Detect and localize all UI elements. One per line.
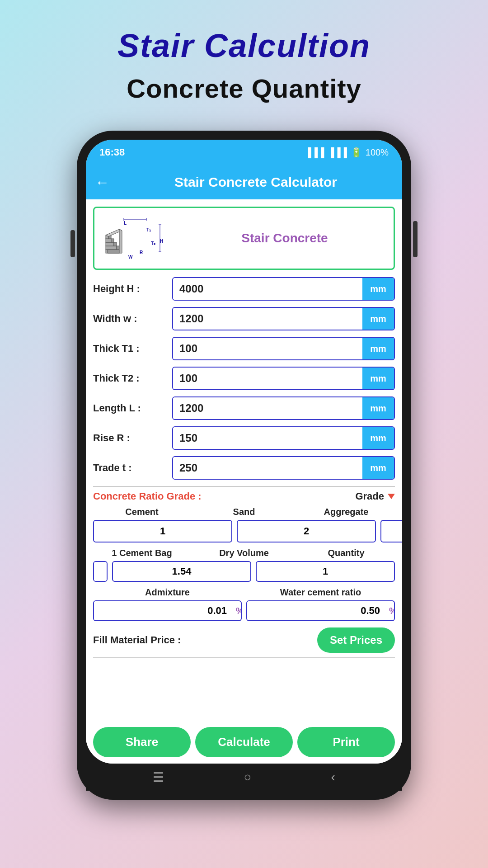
battery-percentage: 100% [366, 147, 389, 158]
grade-button[interactable]: Grade [355, 491, 395, 502]
length-label: Length L : [93, 402, 172, 414]
rise-unit: mm [362, 427, 394, 449]
trade-row: Trade t : mm [93, 456, 395, 480]
length-unit: mm [362, 397, 394, 419]
quantity-input[interactable] [256, 561, 395, 582]
cement-bag-input[interactable] [94, 562, 108, 581]
aggregate-col-header: Aggregate [297, 507, 395, 517]
admix-input[interactable] [94, 601, 231, 620]
fill-material-row: Fill Material Price : Set Prices [93, 627, 395, 658]
calculate-button[interactable]: Calculate [195, 727, 293, 757]
svg-text:T₂: T₂ [151, 241, 155, 246]
phone-bottom-nav: ☰ ○ ‹ [86, 764, 402, 791]
svg-text:W: W [128, 255, 133, 259]
sand-ratio-input[interactable] [237, 520, 376, 542]
ratio-columns: Cement Sand Aggregate [93, 507, 395, 517]
status-bar: 16:38 ▐▐▐ ▐▐▐ 🔋 100% [86, 140, 402, 165]
sand-col-header: Sand [195, 507, 293, 517]
svg-marker-7 [114, 242, 117, 246]
height-input[interactable] [173, 278, 362, 300]
water-cement-label: Water cement ratio [246, 587, 395, 598]
length-input[interactable] [173, 397, 362, 419]
aggregate-ratio-input[interactable] [380, 520, 402, 542]
phone-frame: 16:38 ▐▐▐ ▐▐▐ 🔋 100% ← Stair Concrete Ca… [77, 131, 411, 800]
side-button-right [413, 221, 418, 257]
divider-1 [93, 486, 395, 487]
trade-input-group: mm [172, 456, 395, 480]
svg-text:R: R [140, 250, 143, 255]
thick-t2-label: Thick T2 : [93, 373, 172, 384]
length-row: Length L : mm [93, 396, 395, 420]
status-time: 16:38 [99, 146, 125, 158]
rise-label: Rise R : [93, 432, 172, 444]
thick-t2-unit: mm [362, 368, 394, 389]
svg-rect-3 [106, 239, 111, 242]
svg-rect-1 [106, 246, 117, 250]
height-input-group: mm [172, 277, 395, 301]
trade-unit: mm [362, 457, 394, 479]
svg-text:H: H [160, 239, 163, 244]
signal-icon-2: ▐▐▐ [328, 147, 347, 158]
thick-t1-input[interactable] [173, 338, 362, 359]
stair-label: Stair Concrete [176, 231, 394, 245]
svg-rect-2 [106, 242, 114, 246]
length-input-group: mm [172, 396, 395, 420]
thick-t2-input-group: mm [172, 367, 395, 390]
cement-bag-labels: 1 Cement Bag Dry Volume Quantity [93, 548, 395, 558]
rise-input-group: mm [172, 426, 395, 450]
ratio-label: Concrete Ratio Grade : [93, 491, 202, 502]
svg-marker-5 [108, 250, 119, 253]
thick-t1-label: Thick T1 : [93, 343, 172, 354]
nav-home-icon[interactable]: ○ [244, 770, 251, 784]
page-title: Stair Calcultion [117, 27, 371, 64]
nav-menu-icon[interactable]: ☰ [153, 770, 164, 785]
nav-back-icon[interactable]: ‹ [331, 770, 335, 784]
phone-screen: 16:38 ▐▐▐ ▐▐▐ 🔋 100% ← Stair Concrete Ca… [86, 140, 402, 764]
grade-label: Grade [355, 491, 384, 502]
water-input[interactable] [247, 601, 385, 620]
dry-volume-input[interactable] [112, 561, 251, 582]
water-input-group: % [246, 600, 395, 621]
thick-t2-input[interactable] [173, 368, 362, 389]
trade-label: Trade t : [93, 462, 172, 474]
svg-text:L: L [124, 221, 127, 226]
svg-text:T₁: T₁ [146, 227, 151, 232]
quantity-label: Quantity [297, 548, 395, 558]
rise-input[interactable] [173, 427, 362, 449]
thick-t1-unit: mm [362, 338, 394, 359]
side-button-left [70, 230, 75, 257]
page-subtitle: Concrete Quantity [127, 73, 361, 104]
cement-ratio-input[interactable] [93, 520, 232, 542]
app-bar-title: Stair Concrete Calculator [118, 175, 393, 190]
admix-label: Admixture [93, 587, 242, 598]
stair-image: L T₁ T₂ W H R [94, 209, 176, 268]
share-button[interactable]: Share [93, 727, 191, 757]
cement-bag-label: 1 Cement Bag [93, 548, 191, 558]
admix-pct-badge: % [231, 601, 242, 620]
cement-col-header: Cement [93, 507, 191, 517]
set-prices-button[interactable]: Set Prices [317, 627, 395, 653]
back-button[interactable]: ← [95, 174, 109, 191]
width-unit: mm [362, 308, 394, 330]
width-input-group: mm [172, 307, 395, 330]
water-pct-badge: % [385, 601, 395, 620]
admix-headers: Admixture Water cement ratio [93, 587, 395, 598]
app-bar: ← Stair Concrete Calculator [86, 165, 402, 199]
cement-bag-inputs: kg [93, 561, 395, 582]
trade-input[interactable] [173, 457, 362, 479]
admix-input-group: % [93, 600, 242, 621]
width-row: Width w : mm [93, 307, 395, 330]
width-input[interactable] [173, 308, 362, 330]
stair-section: L T₁ T₂ W H R Stair Concrete [93, 207, 395, 270]
height-label: Height H : [93, 283, 172, 295]
dry-volume-label: Dry Volume [195, 548, 293, 558]
rise-row: Rise R : mm [93, 426, 395, 450]
thick-t1-row: Thick T1 : mm [93, 337, 395, 360]
cement-bag-group: kg [93, 561, 108, 582]
ratio-header: Concrete Ratio Grade : Grade [93, 491, 395, 502]
action-buttons: Share Calculate Print [86, 721, 402, 764]
svg-marker-11 [119, 229, 122, 253]
svg-marker-8 [111, 239, 114, 242]
print-button[interactable]: Print [297, 727, 395, 757]
battery-icon: 🔋 [351, 147, 362, 158]
